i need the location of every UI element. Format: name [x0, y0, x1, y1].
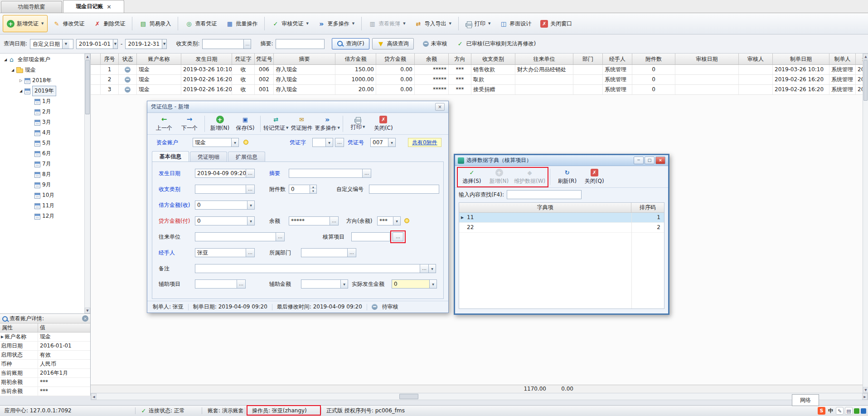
toolbar-button[interactable]: 打印 ▼ [461, 15, 495, 32]
chevron-down-icon[interactable]: ▼ [488, 22, 490, 25]
dict-search-input[interactable] [507, 190, 582, 199]
tree-item[interactable]: 5月 [0, 138, 84, 148]
column-header[interactable]: 制单人 [829, 54, 856, 64]
tree-expander-icon[interactable] [18, 78, 24, 83]
value-column-header[interactable]: 值 [38, 323, 90, 332]
ellipsis-button[interactable]: … [335, 138, 344, 147]
column-header[interactable]: 往来单位 [515, 54, 573, 64]
dialog-toolbar-button[interactable]: 转记凭证▼ [263, 114, 288, 134]
table-row[interactable]: 2 现金 2019-02-26 16:20 收 002 存入现金 1000.00… [91, 75, 863, 85]
toolbar-button[interactable]: 查看账簿 ▼ [364, 15, 409, 32]
tree-item[interactable]: 10月 [0, 190, 84, 201]
date-field[interactable]: 2019-04-09 09:20 … [195, 169, 255, 178]
voucher-dialog-titlebar[interactable]: 凭证信息 - 新增 × [147, 101, 448, 113]
detail-row[interactable]: ▶ 账户名称 现金 [0, 333, 90, 342]
date-mode-select[interactable]: 自定义日期 ▼ [30, 39, 73, 49]
chevron-down-icon[interactable]: ▼ [449, 22, 451, 25]
advanced-query-button[interactable]: 高级查询 [372, 38, 414, 49]
tree-item[interactable]: 7月 [0, 159, 84, 169]
close-button[interactable]: × [655, 157, 665, 164]
dialog-toolbar-button[interactable]: ▼ [260, 116, 261, 132]
toolbar-button[interactable]: 界面设计 ▼ [495, 15, 535, 32]
dict-row[interactable]: ▶ 11 1 [459, 213, 664, 223]
dialog-toolbar-button[interactable]: 新增(N)▼ [487, 167, 511, 187]
dialog-toolbar-button[interactable]: 下一个▼ [177, 114, 202, 134]
tray-green-icon[interactable] [854, 408, 859, 414]
toolbar-button[interactable]: 修改凭证 ▼ [48, 15, 88, 32]
query-button[interactable]: 查询(F) [332, 38, 369, 49]
toolbar-button[interactable]: 新增凭证 ▼ [3, 15, 48, 32]
summary-input[interactable] [276, 39, 325, 49]
handler-field[interactable]: 张亚 … [195, 248, 255, 257]
toolbar-button[interactable]: ▼ [264, 17, 265, 30]
date-from-picker[interactable]: 2019-01-01 ▼ [76, 39, 118, 49]
ellipsis-button[interactable]: … [330, 217, 338, 225]
column-header[interactable]: 部门 [573, 54, 603, 64]
tree-item[interactable]: 2018年 [0, 75, 84, 86]
dict-column-header[interactable]: 排序码 [631, 203, 664, 212]
toolbar-button[interactable]: ▼ [178, 17, 178, 30]
toolbar-button[interactable]: ▼ [132, 17, 132, 30]
column-header[interactable]: 发生日期 [181, 54, 232, 64]
detail-row[interactable]: ▶ 当前账期 2016年1月 [0, 369, 90, 378]
minimize-button[interactable]: ─ [634, 157, 644, 164]
date-to-picker[interactable]: 2019-12-31 ▼ [125, 39, 167, 49]
handwriting-icon[interactable]: ✎ [836, 407, 844, 415]
column-header[interactable]: 收支类别 [471, 54, 515, 64]
column-header[interactable]: 借方金额 [335, 54, 376, 64]
chevron-down-icon[interactable]: ▼ [337, 126, 339, 130]
ellipsis-button[interactable]: … [246, 249, 254, 257]
tree-item[interactable]: 2019年 [0, 86, 84, 96]
tab-close-icon[interactable]: × [107, 4, 111, 10]
detail-row[interactable]: ▶ 币种 人民币 [0, 360, 90, 369]
tree-item[interactable]: 现金 [0, 65, 84, 75]
chevron-down-icon[interactable]: ▼ [340, 280, 348, 288]
direction-select[interactable]: *** ▼ [377, 216, 401, 225]
column-header[interactable]: 序号 [101, 54, 119, 64]
remark-field[interactable]: … ▼ [195, 264, 436, 273]
tree-item[interactable]: 1月 [0, 96, 84, 107]
column-header[interactable]: 贷方金额 [376, 54, 415, 64]
detail-row[interactable]: ▶ 当前余额 *** [0, 387, 90, 396]
chevron-down-icon[interactable]: ▼ [388, 138, 395, 147]
credit-field[interactable]: 0 ▼ [195, 216, 255, 225]
chevron-down-icon[interactable]: ▼ [363, 125, 365, 129]
voucher-dialog-tab[interactable]: 基本信息 [152, 151, 189, 162]
column-header[interactable]: 方向 [449, 54, 471, 64]
debit-field[interactable]: 0 ▼ [195, 201, 255, 210]
language-mode-icon[interactable]: 中 [827, 407, 834, 415]
column-header[interactable]: 审核人 [739, 54, 773, 64]
chevron-down-icon[interactable]: ▼ [393, 217, 400, 225]
summary-field[interactable]: … [289, 169, 371, 178]
dialog-toolbar-button[interactable]: 维护数据(W)▼ [514, 167, 545, 187]
maximize-button[interactable]: □ [645, 157, 655, 164]
toolbar-button[interactable]: 关闭窗口 ▼ [536, 15, 576, 32]
column-header[interactable]: 摘要 [274, 54, 335, 64]
accounting-item-ellipsis-button[interactable]: … [393, 232, 403, 241]
chevron-down-icon[interactable]: ▼ [247, 201, 254, 209]
document-tab[interactable]: 功能导航窗 × [1, 1, 62, 13]
ellipsis-button[interactable]: … [246, 185, 254, 193]
spin-down-icon[interactable]: ▼ [310, 189, 316, 193]
chevron-down-icon[interactable]: ▼ [231, 138, 238, 147]
scrollbar-thumb[interactable] [863, 60, 868, 101]
column-header[interactable]: 审核日期 [675, 54, 739, 64]
column-header[interactable]: 制单日期 [773, 54, 829, 64]
tree-item[interactable]: 9月 [0, 180, 84, 190]
spin-up-icon[interactable]: ▲ [310, 185, 316, 189]
column-header[interactable]: 凭证号 [255, 54, 274, 64]
balance-field[interactable]: ***** … [289, 216, 339, 225]
column-header[interactable]: 状态 [119, 54, 137, 64]
keyboard-icon[interactable]: ▤ [845, 407, 853, 415]
scroll-up-arrow[interactable]: ▲ [863, 54, 868, 59]
detail-row[interactable]: ▶ 启用日期 2016-01-01 [0, 342, 90, 351]
category-input[interactable]: … [202, 39, 251, 49]
tree-item[interactable]: 11月 [0, 201, 84, 211]
chevron-down-icon[interactable]: ▼ [162, 39, 166, 49]
tree-item[interactable]: 2月 [0, 107, 84, 117]
chevron-down-icon[interactable]: ▼ [403, 22, 405, 25]
table-row[interactable]: 1 现金 2019-03-26 10:10 收 006 存入现金 150.00 … [91, 65, 863, 75]
custom-no-field[interactable] [369, 185, 439, 194]
dict-dialog-titlebar[interactable]: 选择数据字典（核算项目） ─ □ × [455, 155, 668, 166]
aux-item-field[interactable]: … [195, 279, 246, 289]
